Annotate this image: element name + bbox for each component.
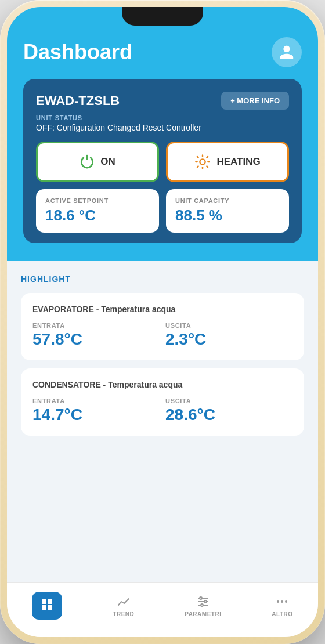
evaporatore-card: EVAPORATORE - Temperatura acqua ENTRATA … <box>21 293 304 360</box>
svg-rect-10 <box>48 599 52 604</box>
header-section: Dashboard EWAD-TZSLB + MORE INFO UNIT ST… <box>7 7 318 261</box>
parametri-label: PARAMETRI <box>185 611 221 617</box>
unit-capacity-label: UNIT CAPACITY <box>175 197 280 204</box>
svg-rect-12 <box>48 605 52 610</box>
condensatore-entrata-value: 14.7°C <box>32 406 160 424</box>
condensatore-entrata: ENTRATA 14.7°C <box>32 397 160 424</box>
unit-status-label: UNIT STATUS <box>36 114 289 121</box>
device-card: EWAD-TZSLB + MORE INFO UNIT STATUS OFF: … <box>23 79 302 243</box>
on-label: ON <box>100 156 115 168</box>
altro-label: ALTRO <box>272 611 292 617</box>
mode-buttons: ON <box>36 142 289 182</box>
unit-capacity-value: 88.5 % <box>175 207 280 225</box>
main-content: HIGHLIGHT EVAPORATORE - Temperatura acqu… <box>7 261 318 582</box>
svg-point-0 <box>200 159 205 164</box>
heating-button[interactable]: HEATING <box>166 142 289 182</box>
nav-trend[interactable]: TREND <box>101 591 146 621</box>
nav-dashboard[interactable] <box>20 588 74 623</box>
unit-capacity-card: UNIT CAPACITY 88.5 % <box>166 189 289 233</box>
device-card-header: EWAD-TZSLB + MORE INFO <box>36 92 289 110</box>
evaporatore-entrata: ENTRATA 57.8°C <box>32 322 160 349</box>
svg-line-3 <box>197 157 198 158</box>
condensatore-uscita: USCITA 28.6°C <box>165 397 292 424</box>
evaporatore-temps: ENTRATA 57.8°C USCITA 2.3°C <box>32 322 292 349</box>
parametri-icon <box>196 595 210 609</box>
device-name: EWAD-TZSLB <box>36 93 120 108</box>
phone-screen: Dashboard EWAD-TZSLB + MORE INFO UNIT ST… <box>7 7 318 637</box>
nav-parametri[interactable]: PARAMETRI <box>173 591 233 621</box>
evaporatore-uscita: USCITA 2.3°C <box>165 322 292 349</box>
nav-altro[interactable]: ALTRO <box>260 591 304 621</box>
sun-icon <box>194 154 211 170</box>
condensatore-entrata-label: ENTRATA <box>32 397 160 404</box>
evaporatore-title: EVAPORATORE - Temperatura acqua <box>32 305 292 314</box>
condensatore-uscita-label: USCITA <box>165 397 292 404</box>
active-setpoint-label: ACTIVE SETPOINT <box>45 197 150 204</box>
evaporatore-uscita-value: 2.3°C <box>165 330 292 349</box>
evaporatore-entrata-value: 57.8°C <box>32 330 160 349</box>
on-button[interactable]: ON <box>36 142 159 182</box>
svg-rect-11 <box>42 605 46 610</box>
avatar-button[interactable] <box>272 37 302 67</box>
svg-point-20 <box>281 600 283 603</box>
evaporatore-uscita-label: USCITA <box>165 322 292 329</box>
condensatore-card: CONDENSATORE - Temperatura acqua ENTRATA… <box>21 368 304 436</box>
svg-point-17 <box>204 600 207 603</box>
evaporatore-entrata-label: ENTRATA <box>32 322 160 329</box>
page-title: Dashboard <box>23 40 132 64</box>
highlight-label: HIGHLIGHT <box>21 274 304 284</box>
svg-line-8 <box>207 157 208 158</box>
condensatore-temps: ENTRATA 14.7°C USCITA 28.6°C <box>32 397 292 424</box>
bottom-nav: TREND PARAMETRI <box>7 582 318 637</box>
svg-point-16 <box>200 597 202 599</box>
more-info-button[interactable]: + MORE INFO <box>221 92 289 110</box>
trend-icon <box>117 595 131 609</box>
screen-content: Dashboard EWAD-TZSLB + MORE INFO UNIT ST… <box>7 7 318 637</box>
phone-notch <box>122 7 203 26</box>
active-setpoint-value: 18.6 °C <box>45 207 150 225</box>
svg-line-4 <box>207 166 208 167</box>
heating-label: HEATING <box>216 156 260 168</box>
dashboard-icon-wrap <box>32 592 62 620</box>
user-icon <box>279 44 295 60</box>
condensatore-uscita-value: 28.6°C <box>165 406 292 424</box>
svg-point-19 <box>277 600 279 603</box>
svg-line-7 <box>197 166 198 167</box>
svg-point-21 <box>285 600 287 603</box>
power-icon <box>80 154 95 169</box>
header-row: Dashboard <box>23 37 302 67</box>
phone-frame: Dashboard EWAD-TZSLB + MORE INFO UNIT ST… <box>0 0 325 644</box>
altro-icon <box>275 595 289 609</box>
condensatore-title: CONDENSATORE - Temperatura acqua <box>32 380 292 389</box>
stats-grid: ACTIVE SETPOINT 18.6 °C UNIT CAPACITY 88… <box>36 189 289 233</box>
svg-rect-9 <box>42 599 46 604</box>
dashboard-icon <box>40 598 54 612</box>
unit-status-value: OFF: Configuration Changed Reset Control… <box>36 123 289 132</box>
active-setpoint-card: ACTIVE SETPOINT 18.6 °C <box>36 189 159 233</box>
svg-point-18 <box>201 604 203 606</box>
trend-label: TREND <box>113 611 134 617</box>
